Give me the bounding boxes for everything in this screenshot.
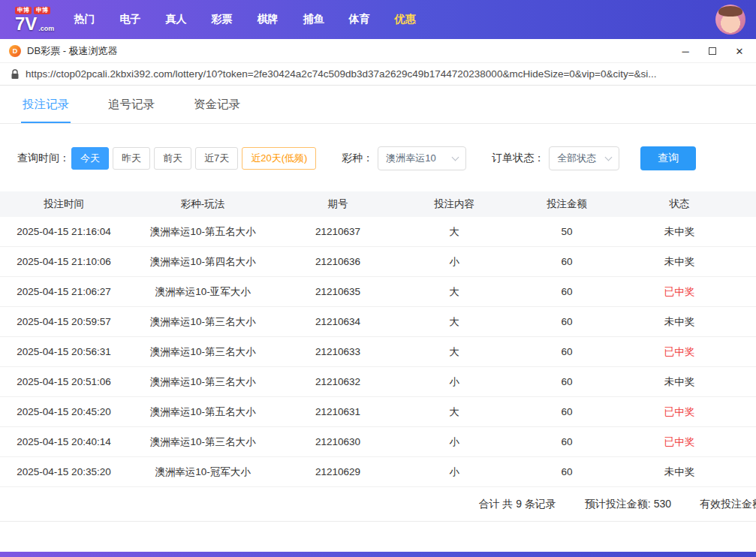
table-header: 投注时间 彩种-玩法 期号 投注内容 投注金额 状态: [0, 191, 756, 217]
window-controls: ─ ✕: [672, 39, 753, 63]
cell-amount: 60: [511, 346, 623, 357]
cell-bet-time: 2025-04-15 20:59:57: [0, 316, 128, 327]
time-filter-today[interactable]: 今天: [71, 147, 109, 170]
cell-content: 大: [398, 405, 511, 419]
summary-valid-amount: 有效投注金额: [700, 498, 756, 511]
site-logo[interactable]: 申博 申博 7V .com: [15, 7, 54, 33]
cell-content: 大: [398, 285, 511, 299]
logo-brand: 7V .com: [15, 15, 54, 33]
time-filter-yesterday[interactable]: 昨天: [113, 147, 150, 170]
menu-item-promotions[interactable]: 优惠: [394, 13, 415, 26]
record-tabs: 投注记录 追号记录 资金记录: [0, 86, 756, 124]
cell-game: 澳洲幸运10-第三名大小: [128, 315, 278, 329]
cell-issue: 21210632: [278, 376, 398, 387]
cell-amount: 60: [511, 406, 623, 417]
cell-game: 澳洲幸运10-第五名大小: [128, 405, 278, 419]
url-bar: https://ctop02pcali.2kbxi392.com/lottery…: [0, 63, 756, 86]
cell-bet-time: 2025-04-15 20:56:31: [0, 346, 128, 357]
cell-game: 澳洲幸运10-亚军大小: [128, 285, 278, 299]
chevron-down-icon: [605, 153, 613, 161]
browser-titlebar: D DB彩票 - 极速浏览器 ─ ✕: [0, 39, 756, 63]
bet-records-table: 投注时间 彩种-玩法 期号 投注内容 投注金额 状态 2025-04-15 21…: [0, 191, 756, 487]
lottery-select[interactable]: 澳洲幸运10: [378, 146, 466, 170]
filter-bar: 查询时间： 今天 昨天 前天 近7天 近20天(低频) 彩种： 澳洲幸运10 订…: [0, 146, 756, 170]
lock-icon: [11, 69, 20, 80]
cell-status: 未中奖: [623, 225, 736, 239]
summary-inner: 合计 共 9 条记录 预计投注金额: 530 有效投注金额: [0, 498, 756, 511]
table-row: 2025-04-15 21:06:27 澳洲幸运10-亚军大小 21210635…: [0, 277, 756, 307]
logo-brand-text: 7V: [15, 15, 37, 33]
close-button[interactable]: ✕: [726, 39, 753, 63]
cell-game: 澳洲幸运10-第三名大小: [128, 345, 278, 359]
maximize-icon: [709, 47, 716, 55]
cell-issue: 21210629: [278, 466, 398, 477]
time-filter-daybefore[interactable]: 前天: [154, 147, 191, 170]
cell-issue: 21210631: [278, 406, 398, 417]
cell-status: 未中奖: [623, 255, 736, 269]
bottom-gradient-strip: [0, 552, 756, 557]
cell-bet-time: 2025-04-15 20:51:06: [0, 376, 128, 387]
menu-item-electronic[interactable]: 电子: [119, 13, 140, 26]
tab-chase-records[interactable]: 追号记录: [107, 86, 156, 123]
order-status-label: 订单状态：: [492, 152, 544, 165]
cell-game: 澳洲幸运10-冠军大小: [128, 465, 278, 479]
cell-game: 澳洲幸运10-第三名大小: [128, 375, 278, 389]
tab-bet-records[interactable]: 投注记录: [21, 86, 71, 123]
logo-badges: 申博 申博: [15, 7, 50, 14]
header-bet-time: 投注时间: [0, 197, 128, 211]
cell-game: 澳洲幸运10-第五名大小: [128, 225, 278, 239]
cell-amount: 60: [511, 436, 623, 447]
header-issue: 期号: [278, 197, 398, 211]
order-status-value: 全部状态: [557, 152, 596, 165]
browser-window: 申博 申博 7V .com 热门 电子 真人 彩票 棋牌 捕鱼 体育 优惠 D …: [0, 0, 756, 557]
minimize-button[interactable]: ─: [672, 39, 699, 63]
table-row: 2025-04-15 20:51:06 澳洲幸运10-第三名大小 2121063…: [0, 367, 756, 397]
menu-item-lottery[interactable]: 彩票: [211, 13, 232, 26]
chevron-down-icon: [452, 153, 459, 161]
minimize-icon: ─: [682, 46, 688, 57]
cell-game: 澳洲幸运10-第三名大小: [128, 435, 278, 449]
query-button[interactable]: 查询: [640, 146, 696, 170]
time-filter-group: 今天 昨天 前天 近7天 近20天(低频): [71, 147, 316, 170]
main-menu: 热门 电子 真人 彩票 棋牌 捕鱼 体育 优惠: [74, 13, 415, 26]
table-row: 2025-04-15 20:59:57 澳洲幸运10-第三名大小 2121063…: [0, 307, 756, 337]
table-row: 2025-04-15 20:56:31 澳洲幸运10-第三名大小 2121063…: [0, 337, 756, 367]
cell-amount: 60: [511, 286, 623, 297]
site-favicon-icon: D: [9, 45, 21, 57]
order-status-select[interactable]: 全部状态: [549, 146, 619, 170]
maximize-button[interactable]: [699, 39, 726, 63]
cell-amount: 50: [511, 226, 623, 237]
logo-brand-suffix: .com: [38, 24, 54, 33]
cell-bet-time: 2025-04-15 20:45:20: [0, 406, 128, 417]
cell-issue: 21210635: [278, 286, 398, 297]
header-content: 投注内容: [398, 197, 511, 211]
lottery-filter-label: 彩种：: [342, 152, 373, 165]
url-text[interactable]: https://ctop02pcali.2kbxi392.com/lottery…: [26, 68, 756, 80]
cell-bet-time: 2025-04-15 21:06:27: [0, 286, 128, 297]
time-filter-7days[interactable]: 近7天: [195, 147, 238, 170]
tab-fund-records[interactable]: 资金记录: [192, 86, 242, 123]
menu-item-sports[interactable]: 体育: [348, 13, 369, 26]
cell-content: 小: [398, 375, 511, 389]
time-filter-20days-lowfreq[interactable]: 近20天(低频): [242, 147, 316, 170]
menu-item-live[interactable]: 真人: [165, 13, 186, 26]
menu-item-hot[interactable]: 热门: [74, 13, 95, 26]
logo-badge: 申博: [34, 7, 50, 14]
header-status: 状态: [623, 197, 736, 211]
menu-item-fishing[interactable]: 捕鱼: [303, 13, 324, 26]
cell-issue: 21210630: [278, 436, 398, 447]
header-amount: 投注金额: [511, 197, 623, 211]
summary-expected-amount: 预计投注金额: 530: [585, 498, 671, 511]
cell-status: 已中奖: [623, 285, 736, 299]
user-avatar[interactable]: [715, 5, 745, 35]
cell-amount: 60: [511, 466, 623, 477]
table-row: 2025-04-15 21:10:06 澳洲幸运10-第四名大小 2121063…: [0, 247, 756, 277]
cell-game: 澳洲幸运10-第四名大小: [128, 255, 278, 269]
cell-content: 小: [398, 435, 511, 449]
table-row: 2025-04-15 20:45:20 澳洲幸运10-第五名大小 2121063…: [0, 397, 756, 427]
menu-item-boardgames[interactable]: 棋牌: [257, 13, 278, 26]
cell-amount: 60: [511, 256, 623, 267]
cell-status: 已中奖: [623, 405, 736, 419]
cell-issue: 21210634: [278, 316, 398, 327]
table-body: 2025-04-15 21:16:04 澳洲幸运10-第五名大小 2121063…: [0, 217, 756, 487]
